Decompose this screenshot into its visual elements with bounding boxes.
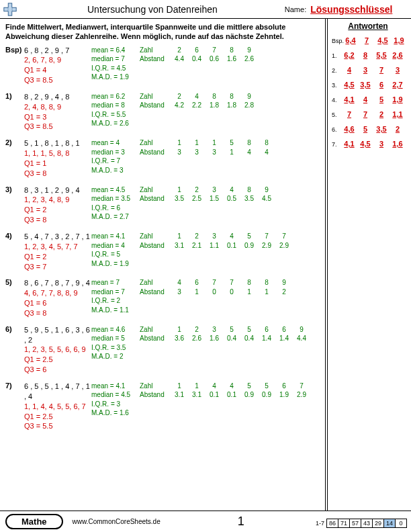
- answer-value: 7: [375, 66, 388, 74]
- zahl-cell: 4: [224, 185, 239, 195]
- mad-value: M.A.D. = 2.6: [91, 119, 257, 128]
- name-label: Name:: [285, 5, 306, 13]
- mad-value: M.A.D. = 2: [91, 352, 309, 361]
- problem-data: 8 , 2 , 9 , 4 , 8: [24, 92, 91, 102]
- median-value: median = 5: [91, 334, 137, 343]
- iqr-value: I.Q.R. = 3: [91, 400, 309, 409]
- zahl-cell: 9: [259, 185, 274, 195]
- abstand-label: Abstand: [140, 334, 169, 343]
- abstand-cell: 3.5: [242, 194, 257, 204]
- mean-value: mean = 6.4: [91, 46, 137, 55]
- zahl-cell: 7: [207, 278, 222, 287]
- problem-label: 2): [5, 138, 24, 178]
- mad-value: M.A.D. = 3: [91, 166, 274, 175]
- q3-value: Q3 = 8: [24, 215, 91, 225]
- problem-left: 8 , 2 , 9 , 4 , 82, 4, 8, 8, 9Q1 = 3Q3 =…: [24, 92, 91, 132]
- zahl-row: mean = 7Zahl4677889: [91, 278, 291, 287]
- abstand-cell: 0.4: [242, 334, 257, 343]
- mean-value: mean = 4: [91, 138, 137, 148]
- abstand-cell: 1.4: [259, 334, 274, 343]
- zahl-label: Zahl: [140, 232, 169, 241]
- mean-value: mean = 4.5: [91, 185, 137, 195]
- abstand-row: median = 4Abstand3.12.11.10.10.92.92.9: [91, 241, 291, 251]
- abstand-cell: 1: [224, 148, 239, 157]
- answer-row: 2.4373: [332, 66, 404, 74]
- abstand-cell: 0.9: [259, 390, 274, 400]
- answer-value: 3: [375, 140, 388, 148]
- problem-data: 5 , 9 , 5 , 1 , 6 , 3 , 6 , 2: [24, 325, 91, 345]
- q3-value: Q3 = 8: [24, 308, 91, 318]
- answers-sidebar: Antworten Bsp.6,474,51,91.6,285,52,62.43…: [328, 19, 408, 511]
- zahl-cell: 2: [189, 185, 204, 195]
- problem-label: 7): [5, 382, 24, 431]
- abstand-label: Abstand: [140, 241, 169, 251]
- zahl-row: mean = 6.4Zahl26789: [91, 46, 257, 55]
- zahl-label: Zahl: [140, 382, 169, 391]
- answer-value: 4: [359, 95, 372, 103]
- zahl-cell: 9: [294, 325, 309, 335]
- zahl-cell: 1: [189, 382, 204, 391]
- answer-value: 3,5: [359, 81, 372, 89]
- answer-value: 6,4: [344, 36, 357, 44]
- problem-label: Bsp): [5, 46, 24, 85]
- main-content: Finde Mittelwert, Medianwert, interquart…: [0, 19, 328, 511]
- zahl-cell: 5: [259, 382, 274, 391]
- abstand-cell: 1.9: [277, 390, 291, 400]
- answer-row: Bsp.6,474,51,9: [332, 36, 404, 44]
- problem-left: 6 , 8 , 2 , 9 , 72, 6, 7, 8, 9Q1 = 4Q3 =…: [24, 46, 91, 85]
- abstand-cell: 2: [277, 287, 291, 297]
- abstand-cell: 3: [172, 148, 187, 157]
- abstand-cell: 3.5: [172, 194, 187, 204]
- problem-row: 4)5 , 4 , 7 , 3 , 2 , 7 , 11, 2, 3, 4, 5…: [5, 232, 320, 271]
- abstand-row: median = 3Abstand333144: [91, 148, 274, 157]
- median-value: median = 7: [91, 54, 137, 64]
- abstand-cell: 4: [259, 148, 274, 157]
- zahl-cell: 1: [172, 325, 187, 335]
- median-value: median = 4.5: [91, 390, 137, 400]
- answer-values: 6,474,51,9: [344, 36, 406, 44]
- sorted-data: 2, 6, 7, 8, 9: [24, 55, 91, 65]
- problem-right: mean = 4.5Zahl123489median = 3.5Abstand3…: [91, 185, 274, 225]
- abstand-cell: 0.5: [224, 194, 239, 204]
- abstand-cell: 2.9: [259, 241, 274, 251]
- answer-value: 7: [359, 110, 372, 118]
- zahl-cell: 1: [207, 138, 222, 148]
- answer-value: 7: [360, 36, 373, 44]
- answer-value: 1,1: [391, 110, 404, 118]
- problem-row: 1)8 , 2 , 9 , 4 , 82, 4, 8, 8, 9Q1 = 3Q3…: [5, 92, 320, 132]
- abstand-cell: 2.9: [294, 390, 309, 400]
- abstand-row: median = 7Abstand4.40.40.61.62.6: [91, 54, 257, 64]
- score-cell: 86: [326, 519, 338, 528]
- zahl-row: mean = 4.1Zahl11445567: [91, 382, 309, 391]
- problem-row: 3)8 , 3 , 1 , 2 , 9 , 41, 2, 3, 4, 8, 9Q…: [5, 185, 320, 225]
- iqr-value: I.Q.R. = 5.5: [91, 110, 257, 120]
- abstand-cell: 2.6: [242, 54, 257, 64]
- abstand-cell: 3.1: [189, 390, 204, 400]
- iqr-value: I.Q.R. = 7: [91, 157, 274, 166]
- page-number: 1: [238, 515, 244, 529]
- problem-label: 5): [5, 278, 24, 318]
- zahl-cell: 7: [259, 232, 274, 241]
- problem-row: 2)5 , 1 , 8 , 1 , 8 , 11, 1, 1, 5, 8, 8Q…: [5, 138, 320, 178]
- zahl-cell: 3: [207, 185, 222, 195]
- answer-label: 4.: [332, 97, 342, 103]
- sorted-data: 1, 2, 3, 4, 8, 9: [24, 195, 91, 205]
- q3-value: Q3 = 5.5: [24, 421, 91, 431]
- zahl-cell: 8: [259, 138, 274, 148]
- problem-left: 8 , 3 , 1 , 2 , 9 , 41, 2, 3, 4, 8, 9Q1 …: [24, 185, 91, 225]
- abstand-cell: 0.1: [224, 241, 239, 251]
- zahl-cell: 1: [172, 232, 187, 241]
- answer-value: 3: [359, 66, 372, 74]
- answer-row: 6.4,653,52: [332, 125, 404, 133]
- score-range: 1-7: [316, 520, 324, 527]
- answer-value: 2: [391, 125, 404, 133]
- footer-url: www.CommonCoreSheets.de: [73, 518, 161, 525]
- problem-label: 1): [5, 92, 24, 132]
- answer-value: 4,5: [359, 140, 372, 148]
- problem-right: mean = 4.1Zahl11445567median = 4.5Abstan…: [91, 382, 309, 431]
- answer-label: 3.: [332, 82, 342, 89]
- page-footer: Mathe www.CommonCoreSheets.de 1 1-7 8671…: [0, 511, 411, 532]
- abstand-cell: 2.8: [242, 101, 257, 110]
- zahl-cell: 8: [207, 92, 222, 101]
- zahl-cell: 5: [224, 138, 239, 148]
